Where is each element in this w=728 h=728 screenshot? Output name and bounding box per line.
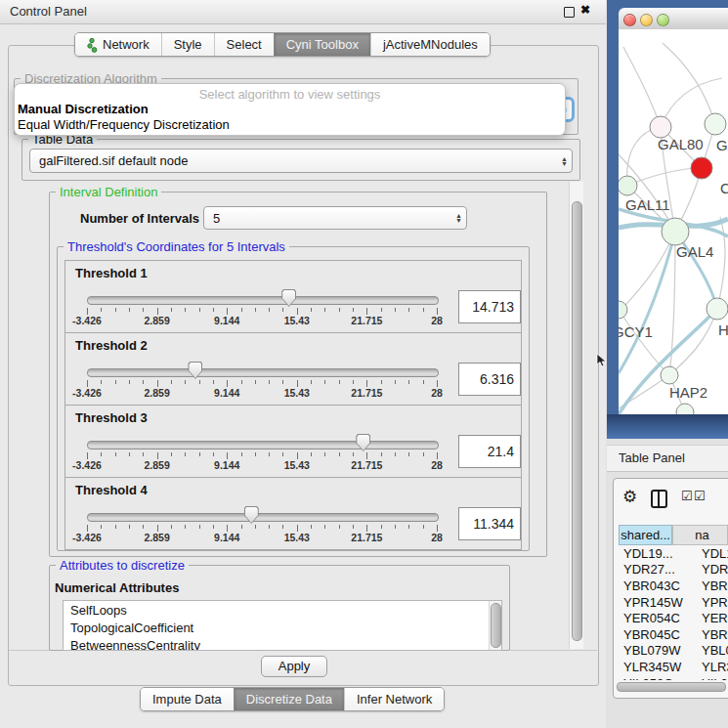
node-h[interactable] [707,298,728,320]
node-hap2[interactable] [661,366,678,384]
list-item[interactable]: SelfLoops [64,601,501,619]
network-window-titlebar[interactable] [619,8,728,30]
gear-icon[interactable]: ⚙ [622,487,637,507]
cell-shared-name[interactable]: YIL052C [619,676,694,680]
checkbox-icon[interactable]: ☑ [681,489,693,503]
tick-mark [115,380,116,384]
tick-mark [297,380,298,387]
list-item[interactable]: BetweennessCentrality [64,636,501,651]
column-header-name[interactable]: na [672,525,728,545]
cell-shared-name[interactable]: YLR345W [619,660,694,674]
table-row[interactable]: YLR345WYLR34 [619,659,728,675]
tab-network[interactable]: Network [75,33,161,56]
cell-shared-name[interactable]: YBL079W [619,643,694,658]
table-data-combobox[interactable]: galFiltered.sif default node ▲▼ [29,149,573,173]
list-item[interactable]: TopologicalCoefficient [64,619,501,636]
cell-name[interactable]: YBR04 [694,627,728,642]
close-icon[interactable]: ✖ [580,3,590,17]
tab-impute-data[interactable]: Impute Data [141,688,234,710]
tab-cyni-toolbox[interactable]: Cyni Toolbox [274,33,370,56]
cell-name[interactable]: YPR14 [694,595,728,610]
slider-track[interactable] [87,441,439,450]
tick-mark [423,308,424,312]
node-bottom-edge[interactable] [676,404,694,414]
scrollbar-thumb[interactable] [491,603,501,648]
table-toolbar: ⚙ ☑ ☑ [619,488,728,511]
cell-shared-name[interactable]: YBR043C [619,578,694,593]
table-row[interactable]: YBL079WYBL07 [619,643,728,660]
tick-mark [255,452,256,456]
close-traffic-light-icon[interactable] [623,14,636,26]
apply-button[interactable]: Apply [261,656,327,677]
tick-mark [241,380,242,384]
tick-mark [213,308,214,312]
network-canvas[interactable]: GAL80 GA C GAL11 GAL4 GCY1 H HAP2 [619,29,728,414]
float-window-icon[interactable] [564,7,575,18]
cell-name[interactable]: YIL05 [694,676,728,680]
zoom-traffic-light-icon[interactable] [657,14,669,26]
cell-name[interactable]: YBR04 [694,578,728,593]
scrollbar-thumb[interactable] [572,201,582,641]
node-ga[interactable] [705,113,726,135]
cell-name[interactable]: YDL19 [694,546,728,561]
node-gal11[interactable] [619,176,637,195]
table-row[interactable]: YBR043CYBR04 [619,578,728,594]
node-gal80[interactable] [650,116,671,138]
table-hscrollbar[interactable] [616,681,726,691]
tick-mark [311,452,312,456]
table-row[interactable]: YDL19...YDL19 [619,545,728,562]
table-row[interactable]: YER054CYER05 [619,610,728,626]
tick-mark [241,308,242,312]
scrollbar-thumb[interactable] [617,682,726,692]
threshold-value-field[interactable]: 11.344 [458,507,521,540]
checkbox-icon[interactable]: ☑ [694,489,706,503]
tab-style[interactable]: Style [161,33,214,56]
cell-shared-name[interactable]: YDL19... [619,546,694,561]
cell-shared-name[interactable]: YER054C [619,611,694,625]
tab-discretize-data[interactable]: Discretize Data [234,688,344,710]
cell-shared-name[interactable]: YDR27... [619,562,694,577]
dropdown-placeholder: Select algorithm to view settings [15,87,565,102]
cell-shared-name[interactable]: YPR145W [619,595,694,610]
table-row[interactable]: YDR27...YDR27 [619,562,728,578]
list-scrollbar[interactable] [489,601,501,650]
node-red-selected[interactable] [691,157,712,179]
tick-mark [282,452,283,456]
tick-mark [255,308,256,312]
cell-name[interactable]: YBL07 [694,643,728,658]
tick-mark [366,380,367,387]
tick-mark [437,452,438,459]
tab-jactivemnodules[interactable]: jActiveMNodules [370,33,490,56]
num-intervals-combobox[interactable]: 5 ▲▼ [203,206,467,230]
cell-name[interactable]: YLR34 [694,660,728,674]
cell-name[interactable]: YER05 [694,611,728,625]
table-row[interactable]: YPR145WYPR14 [619,594,728,611]
column-header-shared[interactable]: shared... [619,525,672,545]
threshold-value-field[interactable]: 14.713 [458,290,521,323]
group-title: Interval Definition [56,185,161,199]
dropdown-option-manual[interactable]: Manual Discretization [18,102,149,116]
panel-title: Control Panel [10,4,87,19]
cell-shared-name[interactable]: YBR045C [619,627,694,642]
tick-mark [157,452,158,459]
split-view-icon[interactable] [651,490,667,508]
minimize-traffic-light-icon[interactable] [640,14,653,26]
node-gal4[interactable] [662,218,689,245]
table-row[interactable]: YBR045CYBR04 [619,626,728,643]
slider-track[interactable] [87,368,439,377]
attributes-list[interactable]: SelfLoopsTopologicalCoefficientBetweenne… [63,600,502,651]
tick-mark [199,525,200,529]
threshold-value-field[interactable]: 6.316 [458,363,521,396]
tick-mark [297,452,298,459]
dropdown-option-equal-width[interactable]: Equal Width/Frequency Discretization [18,117,230,132]
tab-label: Discretize Data [246,692,332,707]
slider-track[interactable] [87,296,439,305]
threshold-value-field[interactable]: 21.4 [458,435,521,468]
cell-name[interactable]: YDR27 [694,562,728,577]
panel-scrollbar[interactable] [569,182,583,649]
tab-select[interactable]: Select [214,33,274,56]
network-nodes[interactable] [619,113,728,414]
slider-track[interactable] [87,513,439,522]
tab-infer-network[interactable]: Infer Network [344,688,444,710]
table-row[interactable]: YIL052CYIL05 [619,675,728,680]
